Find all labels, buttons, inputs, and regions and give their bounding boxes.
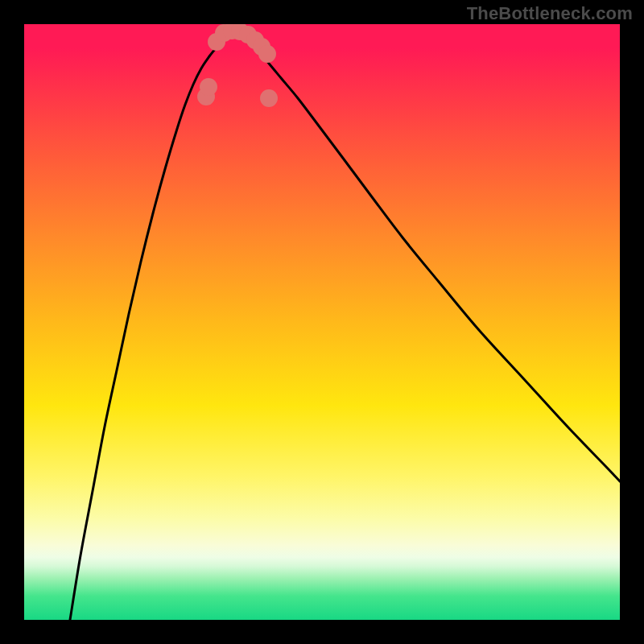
markers-layer [24,24,620,620]
curve-markers [197,24,278,107]
marker-dot [200,78,217,96]
plot-area [24,24,620,620]
chart-stage: TheBottleneck.com [0,0,644,644]
watermark-text: TheBottleneck.com [467,3,633,24]
marker-dot [260,89,278,107]
marker-dot [258,45,276,63]
